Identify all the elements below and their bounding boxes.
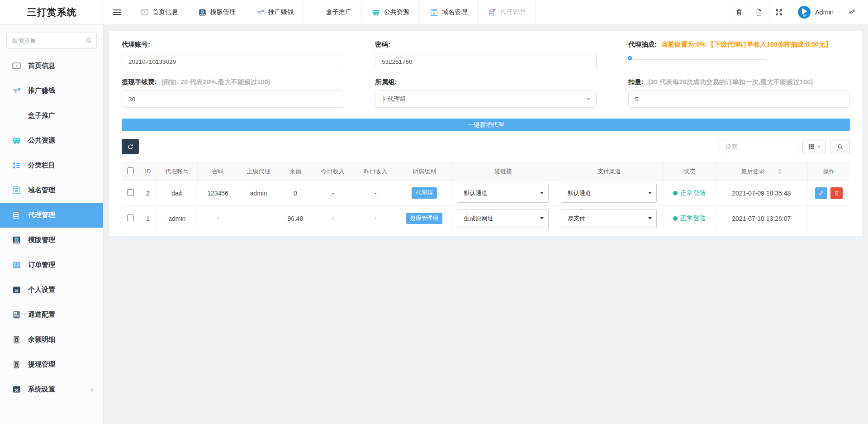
- col-today: 今日收入: [312, 162, 354, 181]
- tab-home-info[interactable]: 首页信息: [130, 0, 188, 24]
- sidebar-item-agent-active[interactable]: 代理管理: [0, 203, 103, 228]
- cell-last-login: 2021-07-10 13:26:07: [715, 206, 807, 231]
- refresh-icon: [127, 143, 134, 150]
- sidebar-item-label: 代理管理: [28, 211, 55, 219]
- col-yesterday: 昨日收入: [354, 162, 397, 181]
- sidebar-item-order[interactable]: 订单管理: [0, 252, 103, 277]
- box-icon: [12, 111, 21, 120]
- settings-button[interactable]: [842, 0, 862, 25]
- status-text: 正常登陆: [680, 189, 706, 197]
- sidebar-item-label: 订单管理: [28, 261, 55, 269]
- table-search-button[interactable]: [830, 139, 850, 154]
- edit-button[interactable]: [815, 187, 827, 199]
- agent-account-label: 代理账号:: [122, 40, 343, 49]
- withdraw-fee-hint: (例如: 20 代表20%,最大不能超过100): [161, 78, 270, 86]
- slider-track[interactable]: [628, 59, 766, 60]
- avatar: [797, 5, 811, 19]
- cell-parent: [238, 206, 279, 231]
- shortlink-select[interactable]: 默认通道: [458, 184, 548, 203]
- shortlink-select-value: 默认通道: [464, 189, 487, 197]
- table-row: 1 admin - 96.48 - - 超级管理组 生成原网址: [122, 206, 850, 231]
- sidebar-item-category[interactable]: 分类栏目: [0, 153, 103, 178]
- row-checkbox[interactable]: [127, 189, 134, 196]
- tab-label: 首页信息: [152, 8, 178, 16]
- status-badge: 正常登陆: [673, 189, 706, 197]
- password-input[interactable]: [375, 53, 597, 70]
- tab-template[interactable]: 模版管理: [188, 0, 246, 24]
- chevron-down-icon: [648, 192, 652, 194]
- tab-agent-active[interactable]: 代理管理: [477, 0, 536, 24]
- cell-last-login: 2021-07-09 18:35:48: [715, 181, 807, 206]
- sidebar-item-template[interactable]: 模版管理: [0, 228, 103, 252]
- menu-toggle-button[interactable]: [104, 0, 130, 24]
- template-icon: [198, 8, 207, 17]
- sort-control[interactable]: [778, 169, 782, 174]
- wallet-icon: [12, 335, 21, 344]
- deduction-input[interactable]: [628, 91, 850, 108]
- agent-account-input[interactable]: [122, 53, 343, 70]
- tab-promote-earn[interactable]: 推广赚钱: [246, 0, 304, 24]
- col-pay: 支付渠道: [555, 162, 664, 181]
- col-last-login-label: 最后登录: [741, 168, 764, 175]
- cell-account: daili: [157, 181, 197, 206]
- tab-box-promote[interactable]: 盒子推广: [304, 0, 362, 24]
- slider-handle[interactable]: [628, 56, 632, 60]
- tab-domain[interactable]: 域名管理: [419, 0, 478, 24]
- deduction-label-text: 扣量:: [628, 78, 644, 86]
- sidebar-search-input[interactable]: [6, 33, 97, 49]
- refresh-button[interactable]: [122, 139, 139, 154]
- deduction-label: 扣量: (20 代表每20次成功交易的订单扣一次,最大不能超过100): [628, 78, 850, 86]
- cell-account: admin: [157, 206, 197, 231]
- col-status: 状态: [664, 162, 715, 181]
- commission-slider[interactable]: [628, 56, 766, 62]
- app-title: 三打赏系统: [0, 0, 104, 24]
- sidebar-item-personal-settings[interactable]: 个人设置: [0, 277, 103, 302]
- chevron-down-icon: [817, 146, 821, 148]
- sidebar-item-domain[interactable]: 域名管理: [0, 178, 103, 203]
- pay-channel-select[interactable]: 默认通道: [562, 184, 657, 203]
- fullscreen-button[interactable]: [769, 0, 789, 25]
- main-content: 代理账号: 密码: 代理抽成: 当前设置为:0% 【下级代理订单收入100你将抽…: [104, 25, 868, 424]
- cell-password: 123456: [197, 181, 238, 206]
- pencil-icon: [818, 190, 824, 196]
- col-password: 密码: [197, 162, 238, 181]
- status-dot-icon: [673, 191, 678, 195]
- clear-cache-button[interactable]: [749, 0, 769, 25]
- cell-yesterday: -: [354, 181, 397, 206]
- tab-label: 推广赚钱: [268, 8, 294, 16]
- col-shortlink: 短链接: [451, 162, 555, 181]
- bus-icon: [372, 8, 380, 17]
- tab-label: 盒子推广: [326, 8, 351, 16]
- withdraw-fee-input[interactable]: [122, 91, 343, 108]
- sidebar-item-promote-earn[interactable]: 推广赚钱: [0, 78, 103, 103]
- table-search-input[interactable]: [720, 139, 798, 154]
- sidebar-item-label: 提现管理: [28, 360, 55, 369]
- tab-public-resource[interactable]: 公共资源: [361, 0, 420, 24]
- sidebar-item-box-promote[interactable]: 盒子推广: [0, 103, 103, 128]
- sidebar-item-system-settings[interactable]: 系统设置 ‹: [0, 377, 103, 402]
- table-toolbar: [122, 139, 850, 154]
- sidebar-item-home-info[interactable]: 首页信息: [0, 53, 103, 78]
- sidebar-item-channel-config[interactable]: 通道配置: [0, 302, 103, 327]
- row-checkbox[interactable]: [127, 214, 134, 221]
- delete-button[interactable]: [830, 187, 843, 199]
- withdraw-fee-label: 提现手续费: (例如: 20 代表20%,最大不能超过100): [122, 78, 343, 86]
- sidebar-item-withdraw[interactable]: 提现管理: [0, 352, 103, 377]
- collapse-chevron-icon[interactable]: ‹: [90, 385, 93, 394]
- select-all-checkbox[interactable]: [127, 167, 134, 174]
- sidebar-item-public-resource[interactable]: 公共资源: [0, 128, 103, 153]
- trash-button[interactable]: [729, 0, 749, 25]
- group-select[interactable]: ├ 代理组: [375, 91, 597, 108]
- shortlink-select[interactable]: 生成原网址: [458, 209, 548, 228]
- columns-toggle-button[interactable]: [802, 139, 826, 154]
- tab-label: 代理管理: [500, 8, 525, 16]
- sidebar-item-balance-detail[interactable]: 余额明细: [0, 327, 103, 352]
- commission-label: 代理抽成: 当前设置为:0% 【下级代理订单收入100你将抽成:0.00元】: [628, 40, 850, 49]
- sidebar-item-label: 盒子推广: [28, 111, 55, 120]
- pay-channel-select[interactable]: 易支付: [562, 209, 657, 228]
- spray-gun-icon: [12, 86, 21, 95]
- cell-yesterday: -: [354, 206, 397, 231]
- sidebar-menu: 首页信息 推广赚钱 盒子推广 公共资源 分类栏目 域名管理 代理管理 模版管理: [0, 53, 103, 402]
- add-agent-button[interactable]: 一键新增代理: [122, 119, 850, 131]
- user-menu[interactable]: Admin: [789, 0, 842, 25]
